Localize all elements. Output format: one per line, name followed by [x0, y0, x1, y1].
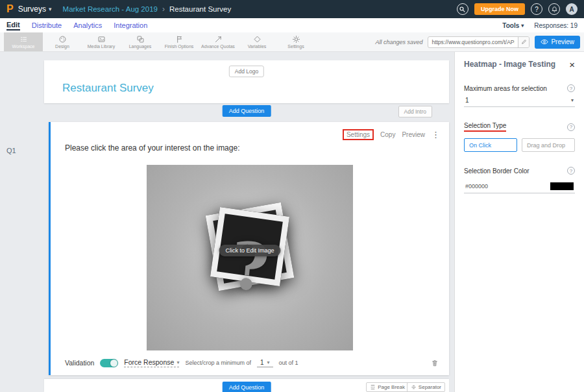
toolbar-item-label: Advance Quotas: [201, 44, 235, 49]
click-to-edit-image-button[interactable]: Click to Edit Image: [219, 245, 280, 256]
question-preview-button[interactable]: Preview: [402, 131, 425, 138]
page-break-label: Page Break: [378, 384, 405, 390]
toolbar-item-finish-options[interactable]: Finish Options: [160, 32, 199, 51]
border-color-value: #000000: [465, 183, 488, 190]
max-areas-value: 1: [465, 97, 469, 104]
question-copy-button[interactable]: Copy: [380, 131, 395, 138]
notifications-button[interactable]: [548, 3, 560, 15]
close-icon[interactable]: ×: [569, 60, 575, 69]
surveys-menu-label: Surveys: [18, 5, 46, 14]
edit-url-button[interactable]: [518, 36, 529, 48]
question-settings-panel: Heatmap - Image Testing × Maximum areas …: [454, 52, 584, 392]
chevron-down-icon: ▾: [49, 6, 52, 12]
page-break-icon: [370, 384, 376, 390]
toolbar-item-label: Design: [55, 44, 69, 49]
minimum-select-prefix: Select/crop a minimum of: [185, 360, 251, 366]
topbar-actions: Upgrade Now ? A: [457, 3, 578, 15]
question-card: Settings Copy Preview ⋮ Please click the…: [49, 122, 449, 375]
surveys-menu[interactable]: Surveys ▾: [18, 5, 52, 14]
add-logo-button[interactable]: Add Logo: [229, 66, 264, 77]
question-number: Q1: [6, 147, 16, 154]
nav-tab-distribute[interactable]: Distribute: [32, 21, 62, 29]
main-nav: Edit Distribute Analytics Integration To…: [0, 18, 584, 32]
max-areas-label: Maximum areas for selection: [464, 85, 547, 92]
help-icon[interactable]: ?: [567, 123, 575, 131]
questionpro-logo[interactable]: P: [6, 4, 14, 14]
color-swatch[interactable]: [550, 182, 574, 190]
bottom-actions-row: Add Question Page Break Separator: [44, 382, 449, 392]
border-color-label: Selection Border Color: [464, 167, 529, 175]
variables-icon: [253, 35, 262, 43]
toolbar-item-workspace[interactable]: Workspace: [4, 32, 43, 51]
toolbar-item-design[interactable]: Design: [43, 32, 82, 51]
workspace-icon: [19, 35, 28, 43]
force-response-dropdown[interactable]: Force Response ▾: [124, 358, 179, 367]
nav-right: Tools ▾ Responses: 19: [502, 22, 578, 29]
preview-button[interactable]: Preview: [535, 36, 580, 49]
help-button[interactable]: ?: [531, 3, 542, 15]
survey-url-input[interactable]: [428, 39, 518, 45]
max-areas-dropdown[interactable]: 1 ▾: [464, 92, 575, 107]
finish-options-icon: [175, 35, 184, 43]
chevron-down-icon: ▾: [521, 23, 524, 29]
max-areas-row: Maximum areas for selection ?: [464, 84, 575, 92]
toolbar-item-variables[interactable]: Variables: [237, 32, 276, 51]
question-actions: Settings Copy Preview ⋮: [343, 129, 440, 140]
topbar: P Surveys ▾ Market Research - Aug 2019 ›…: [0, 0, 584, 18]
toolbar-item-label: Languages: [129, 44, 152, 49]
nav-tab-edit[interactable]: Edit: [6, 21, 20, 31]
toolbar-item-label: Workspace: [12, 44, 35, 49]
border-color-row: Selection Border Color ?: [464, 167, 575, 175]
preview-button-label: Preview: [551, 38, 574, 45]
upgrade-now-button[interactable]: Upgrade Now: [474, 3, 525, 15]
add-question-button-bottom[interactable]: Add Question: [223, 382, 271, 392]
editor-toolbar: Workspace Design Media Library Languages…: [0, 32, 584, 52]
separator-icon: [411, 384, 417, 390]
validation-row: Validation Force Response ▾ Select/crop …: [65, 358, 439, 367]
help-icon[interactable]: ?: [567, 167, 575, 175]
tools-label: Tools: [502, 22, 519, 29]
add-question-button[interactable]: Add Question: [223, 105, 271, 117]
on-click-option[interactable]: On Click: [464, 138, 517, 152]
minimum-count-dropdown[interactable]: 1 ▾: [257, 359, 273, 367]
nav-tab-integration[interactable]: Integration: [114, 21, 147, 29]
separator-button[interactable]: Separator: [407, 382, 445, 392]
questionpro-app: P Surveys ▾ Market Research - Aug 2019 ›…: [0, 0, 584, 392]
more-options-icon[interactable]: ⋮: [432, 130, 440, 139]
toolbar-item-label: Media Library: [88, 44, 115, 49]
nav-tab-analytics[interactable]: Analytics: [73, 21, 102, 29]
selection-type-row: Selection Type ?: [464, 122, 575, 132]
survey-header-card: Add Logo Restaurant Survey: [44, 60, 449, 103]
trash-icon: [431, 359, 439, 367]
survey-url-box: [428, 36, 529, 48]
separator-label: Separator: [419, 384, 441, 390]
search-button[interactable]: [457, 3, 468, 15]
add-intro-button[interactable]: Add Intro: [398, 106, 433, 117]
border-color-picker[interactable]: #000000: [464, 179, 575, 193]
bell-icon: [551, 6, 558, 13]
responses-count[interactable]: Responses: 19: [534, 22, 578, 29]
panel-header: Heatmap - Image Testing ×: [464, 60, 575, 69]
languages-icon: [136, 35, 145, 43]
help-icon[interactable]: ?: [567, 84, 575, 92]
heatmap-image-placeholder[interactable]: ? Click to Edit Image: [147, 165, 353, 350]
breadcrumb-parent[interactable]: Market Research - Aug 2019: [63, 5, 158, 13]
avatar[interactable]: A: [566, 3, 578, 15]
survey-title[interactable]: Restaurant Survey: [62, 82, 154, 95]
drag-and-drop-option[interactable]: Drag and Drop: [522, 138, 575, 152]
chevron-down-icon: ▾: [571, 97, 574, 103]
delete-question-button[interactable]: [431, 359, 439, 367]
toolbar-item-media-library[interactable]: Media Library: [82, 32, 121, 51]
toolbar-item-languages[interactable]: Languages: [121, 32, 160, 51]
question-text[interactable]: Please click the area of your interest o…: [65, 143, 239, 153]
toolbar-item-label: Variables: [248, 44, 267, 49]
toolbar-item-label: Finish Options: [165, 44, 194, 49]
toolbar-item-advance-quotas[interactable]: Advance Quotas: [199, 32, 237, 51]
page-break-button[interactable]: Page Break: [366, 382, 409, 392]
question-settings-button[interactable]: Settings: [343, 129, 374, 140]
toolbar-item-settings[interactable]: Settings: [276, 32, 315, 51]
chevron-down-icon: ▾: [267, 360, 270, 365]
tools-menu[interactable]: Tools ▾: [502, 22, 524, 29]
toolbar-item-label: Settings: [287, 44, 304, 49]
validation-toggle[interactable]: [100, 359, 118, 367]
